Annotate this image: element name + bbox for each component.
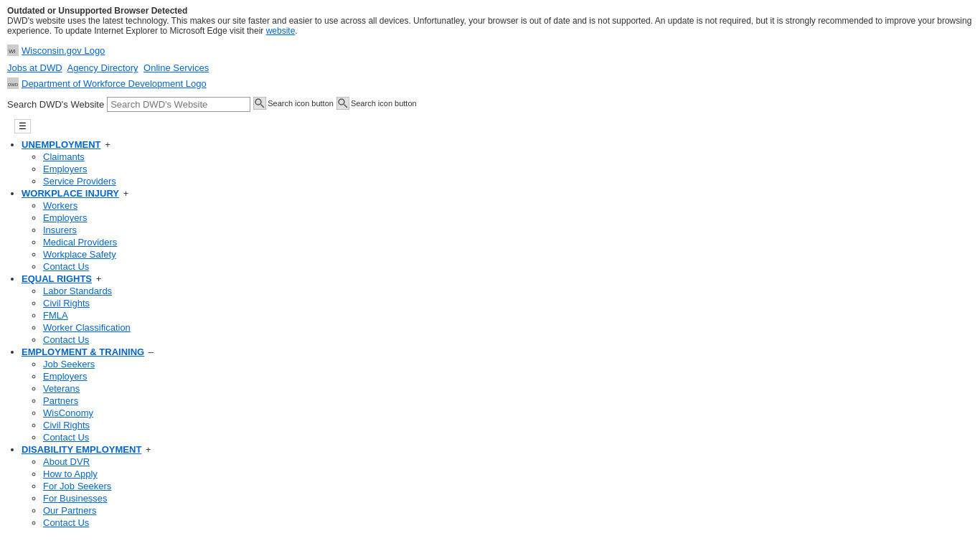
wi-logo-icon: WI [7,44,19,56]
list-item: Contact Us [43,334,973,345]
civil-rights-link[interactable]: Civil Rights [43,298,90,309]
workplace-safety-link[interactable]: Workplace Safety [43,249,116,260]
list-item: Employers [43,164,973,174]
employment-training-link[interactable]: EMPLOYMENT & TRAINING [22,347,144,357]
workplace-injury-link[interactable]: WORKPLACE INJURY [22,188,119,199]
insurers-link[interactable]: Insurers [43,225,77,235]
et-employers-link[interactable]: Employers [43,371,87,382]
search-icon-1: Search icon button [253,97,334,110]
list-item: Worker Classification [43,322,973,333]
search-button-1[interactable]: Search icon button [253,97,334,112]
list-item: Contact Us [43,432,973,443]
about-dvr-link[interactable]: About DVR [43,456,90,467]
hamburger-container: ☰ [0,115,980,138]
svg-text:DWD: DWD [8,83,19,87]
utility-links: Jobs at DWD Agency Directory Online Serv… [0,61,980,75]
employment-training-submenu: Job Seekers Employers Veterans Partners … [22,359,973,443]
equal-rights-toggle[interactable]: + [96,273,102,284]
et-civil-rights-link[interactable]: Civil Rights [43,420,90,430]
dwd-logo-link[interactable]: DWD Department of Workforce Development … [7,80,207,91]
equal-rights-submenu: Labor Standards Civil Rights FMLA Worker… [22,286,973,345]
list-item: Contact Us [43,261,973,272]
workplace-injury-submenu: Workers Employers Insurers Medical Provi… [22,200,973,272]
how-to-apply-link[interactable]: How to Apply [43,468,98,479]
dwd-logo-icon: DWD [7,77,19,89]
list-item: Our Partners [43,505,973,516]
unemployment-submenu: Claimants Employers Service Providers [22,151,973,187]
agency-directory-link[interactable]: Agency Directory [67,62,138,73]
list-item: For Job Seekers [43,481,973,491]
workers-link[interactable]: Workers [43,200,77,211]
job-seekers-link[interactable]: Job Seekers [43,359,95,369]
search-input[interactable] [107,97,250,112]
for-job-seekers-link[interactable]: For Job Seekers [43,481,111,491]
nav-item-workplace-injury: WORKPLACE INJURY + Workers Employers Ins… [22,188,973,272]
list-item: Claimants [43,151,973,162]
disability-employment-submenu: About DVR How to Apply For Job Seekers F… [22,456,973,528]
wi-logo-container: WI Wisconsin.gov Logo [0,42,980,61]
list-item: Civil Rights [43,420,973,430]
partners-link[interactable]: Partners [43,395,78,406]
main-nav: UNEMPLOYMENT + Claimants Employers Servi… [0,139,980,528]
list-item: WisConomy [43,408,973,418]
nav-item-equal-rights: EQUAL RIGHTS + Labor Standards Civil Rig… [22,273,973,345]
nav-item-unemployment: UNEMPLOYMENT + Claimants Employers Servi… [22,139,973,187]
dwd-logo-container: DWD Department of Workforce Development … [0,75,980,94]
fmla-link[interactable]: FMLA [43,310,68,321]
list-item: Labor Standards [43,286,973,296]
list-item: Employers [43,212,973,223]
browser-warning-message: DWD's website uses the latest technology… [7,16,973,36]
search-icon-2: Search icon button [336,97,417,110]
labor-standards-link[interactable]: Labor Standards [43,286,112,296]
search-button-2[interactable]: Search icon button [336,97,417,112]
medical-providers-link[interactable]: Medical Providers [43,237,117,248]
online-services-link[interactable]: Online Services [143,62,209,73]
hamburger-button[interactable]: ☰ [14,119,31,133]
employment-training-toggle[interactable]: – [149,347,154,357]
svg-text:WI: WI [9,48,16,55]
list-item: Veterans [43,383,973,394]
search-label: Search DWD's Website [7,99,104,110]
nav-item-disability-employment: DISABILITY EMPLOYMENT + About DVR How to… [22,444,973,528]
list-item: About DVR [43,456,973,467]
veterans-link[interactable]: Veterans [43,383,80,394]
disability-employment-link[interactable]: DISABILITY EMPLOYMENT [22,444,141,455]
disability-employment-toggle[interactable]: + [146,444,151,455]
et-contact-us-link[interactable]: Contact Us [43,432,89,443]
claimants-link[interactable]: Claimants [43,151,85,162]
list-item: Civil Rights [43,298,973,309]
jobs-at-dwd-link[interactable]: Jobs at DWD [7,62,62,73]
unemployment-employers-link[interactable]: Employers [43,164,87,174]
list-item: Contact Us [43,517,973,528]
browser-warning: Outdated or Unsupported Browser Detected… [0,0,980,42]
wi-logo-text: Wisconsin.gov Logo [22,45,105,56]
for-businesses-link[interactable]: For Businesses [43,493,108,504]
search-icon-label-1: Search icon button [268,99,334,108]
wi-employers-link[interactable]: Employers [43,212,87,223]
unemployment-toggle[interactable]: + [105,139,110,150]
browser-warning-title: Outdated or Unsupported Browser Detected [7,6,973,16]
list-item: Medical Providers [43,237,973,248]
worker-classification-link[interactable]: Worker Classification [43,322,131,333]
er-contact-us-link[interactable]: Contact Us [43,334,89,345]
list-item: How to Apply [43,468,973,479]
de-contact-us-link[interactable]: Contact Us [43,517,89,528]
list-item: Partners [43,395,973,406]
workplace-injury-toggle[interactable]: + [123,188,129,199]
wi-logo-placeholder: WI Wisconsin.gov Logo [7,44,105,56]
list-item: Workplace Safety [43,249,973,260]
equal-rights-link[interactable]: EQUAL RIGHTS [22,273,92,284]
dwd-logo-text: Department of Workforce Development Logo [22,78,207,89]
wisconomy-link[interactable]: WisConomy [43,408,93,418]
list-item: Employers [43,371,973,382]
wi-logo-link[interactable]: WI Wisconsin.gov Logo [7,47,105,58]
our-partners-link[interactable]: Our Partners [43,505,96,516]
list-item: Job Seekers [43,359,973,369]
list-item: Insurers [43,225,973,235]
wi-contact-us-link[interactable]: Contact Us [43,261,89,272]
service-providers-link[interactable]: Service Providers [43,176,116,187]
unemployment-link[interactable]: UNEMPLOYMENT [22,139,101,150]
nav-list: UNEMPLOYMENT + Claimants Employers Servi… [7,139,973,528]
list-item: FMLA [43,310,973,321]
website-link[interactable]: website [266,26,296,36]
